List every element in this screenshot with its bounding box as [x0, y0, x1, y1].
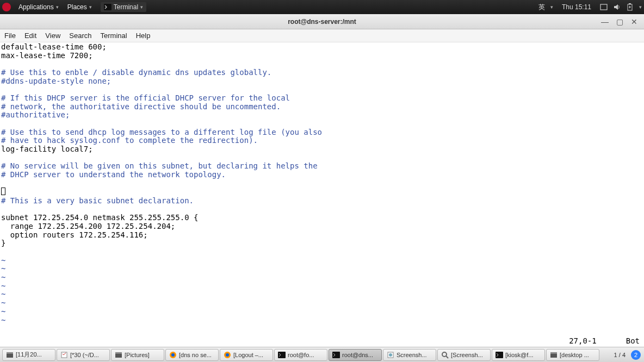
svg-rect-21	[550, 352, 557, 354]
vim-tilde: ~	[1, 256, 5, 265]
chevron-down-icon: ▾	[56, 4, 59, 10]
taskbar-item[interactable]: [11月20...	[2, 349, 55, 361]
taskbar-item[interactable]: Screensh...	[383, 349, 436, 361]
app-icon	[115, 351, 122, 359]
svg-line-18	[446, 356, 448, 358]
places-label: Places	[67, 3, 87, 11]
taskbar-item[interactable]: [Screensh...	[437, 349, 491, 361]
chevron-down-icon: ▾	[639, 4, 642, 10]
comment-line: # have to hack syslog.conf to complete t…	[1, 136, 258, 145]
volume-icon[interactable]	[613, 3, 621, 11]
menu-help[interactable]: Help	[136, 32, 151, 40]
app-icon	[496, 351, 503, 359]
menu-file[interactable]: File	[4, 32, 16, 40]
taskbar-item[interactable]: [Logout –...	[220, 349, 273, 361]
app-icon	[224, 351, 231, 359]
taskbar-item[interactable]: root@fo...	[274, 349, 327, 361]
taskbar-item-label: root@dns...	[342, 352, 373, 358]
comment-line: # DHCP server to understand the network …	[1, 170, 226, 179]
minimize-button[interactable]: —	[601, 17, 609, 26]
menu-terminal[interactable]: Terminal	[101, 32, 127, 40]
menu-view[interactable]: View	[45, 32, 60, 40]
vim-tilde: ~	[1, 264, 5, 273]
taskbar-item[interactable]: [dns no se...	[165, 349, 219, 361]
chevron-down-icon: ▾	[89, 4, 92, 10]
places-menu[interactable]: Places ▾	[63, 3, 96, 11]
menu-search[interactable]: Search	[69, 32, 91, 40]
svg-rect-8	[115, 352, 122, 354]
app-icon	[332, 351, 340, 359]
vim-tilde: ~	[1, 307, 5, 316]
app-icon	[6, 351, 14, 359]
clock[interactable]: Thu 15:11	[562, 3, 591, 11]
taskbar-item[interactable]: [kiosk@f...	[492, 349, 545, 361]
code-line: option routers 172.25.254.116;	[1, 230, 148, 239]
taskbar-item[interactable]: [Pictures]	[111, 349, 164, 361]
terminal-icon	[104, 3, 112, 11]
window-controls: — ▢ ✕	[601, 17, 644, 26]
terminal-content[interactable]: default-lease-time 600; max-lease-time 7…	[0, 42, 644, 347]
taskbar-item-label: [Logout –...	[233, 352, 263, 358]
ime-indicator[interactable]: 英	[538, 3, 545, 12]
scroll-indicator: Bot	[626, 336, 640, 345]
svg-point-17	[442, 352, 447, 357]
app-icon	[387, 351, 394, 359]
cursor-position: 27,0-1	[569, 336, 597, 345]
comment-line: # No service will be given on this subne…	[1, 161, 318, 170]
code-line: subnet 172.25.254.0 netmask 255.255.255.…	[1, 213, 198, 222]
taskbar-item-label: [desktop ...	[560, 352, 589, 358]
svg-rect-5	[7, 352, 13, 354]
vim-tilde: ~	[1, 290, 5, 298]
workspace-switcher[interactable]: 1 / 4	[610, 352, 630, 358]
notification-badge[interactable]: 2	[631, 350, 641, 360]
taskbar-item-label: Screensh...	[397, 352, 427, 358]
app-icon	[278, 351, 286, 359]
taskbar-item[interactable]: [desktop ...	[546, 349, 599, 361]
maximize-button[interactable]: ▢	[616, 17, 623, 26]
applications-menu[interactable]: Applications ▾	[14, 3, 63, 11]
chevron-down-icon: ▾	[140, 4, 143, 10]
app-icon	[60, 351, 68, 359]
menubar: File Edit View Search Terminal Help	[0, 29, 644, 42]
svg-point-16	[389, 353, 392, 357]
code-line: range 172.25.254.200 172.25.254.204;	[1, 222, 175, 230]
svg-rect-19	[496, 352, 503, 358]
svg-rect-13	[278, 352, 286, 358]
top-panel: Applications ▾ Places ▾ Terminal ▾ 英 ▾ T…	[0, 0, 644, 14]
svg-point-10	[171, 353, 175, 357]
comment-line: # This is a very basic subnet declaratio…	[1, 196, 194, 205]
vim-tilde: ~	[1, 298, 5, 307]
svg-rect-3	[629, 3, 631, 4]
taskbar-item[interactable]: root@dns...	[329, 349, 382, 361]
taskbar-item-label: [Screensh...	[451, 352, 483, 358]
distro-icon	[2, 3, 11, 11]
comment-line: #authoritative;	[1, 110, 70, 119]
close-button[interactable]: ✕	[631, 17, 637, 26]
app-icon	[169, 351, 177, 359]
comment-line: # network, the authoritative directive s…	[1, 102, 281, 111]
battery-icon[interactable]	[626, 3, 634, 11]
applications-label: Applications	[18, 3, 54, 11]
app-icon	[550, 351, 558, 359]
chevron-down-icon: ▾	[550, 4, 553, 10]
comment-line: #ddns-update-style none;	[1, 77, 111, 85]
taskbar-item-label: [11月20...	[16, 351, 42, 359]
taskbar-item-label: [dns no se...	[179, 352, 212, 358]
svg-rect-6	[61, 352, 67, 358]
window-icon[interactable]	[600, 3, 608, 11]
task-panel: [11月20...[*30 (~/D...[Pictures][dns no s…	[0, 347, 644, 362]
taskbar-item-label: [kiosk@f...	[505, 352, 534, 358]
terminal-window: root@dns-server:/mnt — ▢ ✕ File Edit Vie…	[0, 14, 644, 347]
svg-rect-0	[104, 4, 112, 10]
app-icon	[441, 351, 449, 359]
menu-edit[interactable]: Edit	[24, 32, 36, 40]
vim-tilde: ~	[1, 273, 5, 282]
terminal-launcher-label: Terminal	[114, 3, 138, 11]
taskbar-item[interactable]: [*30 (~/D...	[57, 349, 110, 361]
titlebar[interactable]: root@dns-server:/mnt — ▢ ✕	[0, 14, 644, 29]
comment-line: # Use this to enble / disable dynamic dn…	[1, 68, 271, 77]
code-line: max-lease-time 7200;	[1, 51, 93, 60]
terminal-launcher[interactable]: Terminal ▾	[101, 2, 146, 12]
taskbar-item-label: [Pictures]	[125, 352, 150, 358]
svg-rect-14	[332, 352, 340, 358]
